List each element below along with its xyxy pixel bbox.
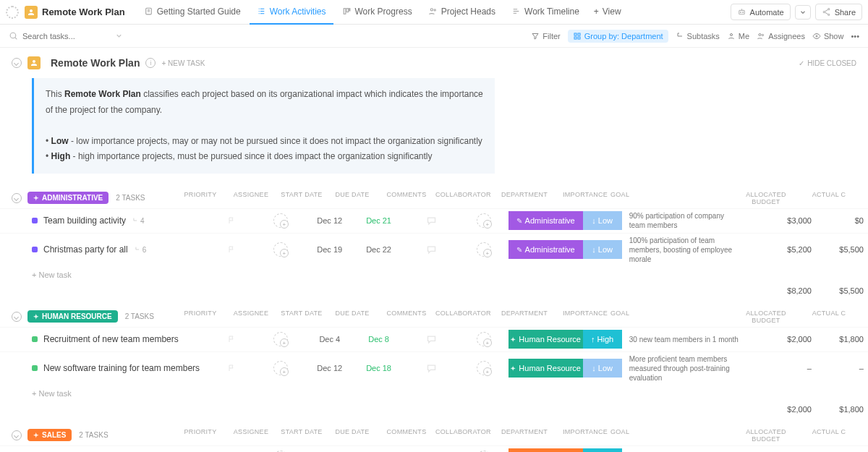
tab-project-heads[interactable]: Project Heads bbox=[421, 0, 503, 25]
col-header[interactable]: GOAL bbox=[603, 191, 733, 205]
assignee-placeholder[interactable] bbox=[273, 242, 288, 257]
status-square-icon[interactable] bbox=[32, 218, 38, 223]
col-header[interactable]: ACTUAL C bbox=[806, 428, 856, 443]
status-square-icon[interactable] bbox=[32, 365, 38, 371]
tab-work-progress[interactable]: Work Progress bbox=[335, 0, 420, 25]
col-header[interactable]: COLLABORATOR bbox=[435, 310, 486, 324]
task-row[interactable]: Christmas party for all 6 Dec 19 Dec 22 … bbox=[0, 233, 868, 266]
due-date[interactable]: Dec 8 bbox=[368, 335, 389, 344]
actual-cost[interactable]: – bbox=[859, 364, 864, 372]
share-button[interactable]: Share bbox=[815, 4, 862, 20]
col-header[interactable]: PRIORITY bbox=[175, 310, 226, 324]
assignee-placeholder[interactable] bbox=[273, 332, 288, 346]
info-icon[interactable]: i bbox=[145, 58, 156, 68]
subtasks-button[interactable]: Subtasks bbox=[676, 32, 720, 40]
department-tag[interactable]: ⬒Sales bbox=[509, 448, 583, 452]
comment-icon[interactable] bbox=[426, 363, 437, 374]
collapse-group-icon[interactable] bbox=[12, 193, 22, 203]
start-date[interactable]: Dec 12 bbox=[317, 364, 342, 372]
col-header[interactable]: PRIORITY bbox=[175, 428, 226, 443]
chevron-down-icon[interactable] bbox=[115, 32, 123, 40]
collapse-all-icon[interactable] bbox=[12, 58, 22, 68]
col-header[interactable]: GOAL bbox=[603, 310, 733, 324]
importance-tag[interactable]: ↑High bbox=[583, 330, 622, 349]
col-header[interactable]: GOAL bbox=[603, 428, 733, 443]
priority-flag-icon[interactable] bbox=[227, 335, 236, 344]
task-name[interactable]: New software training for team members bbox=[43, 363, 200, 373]
importance-tag[interactable]: ↓Low bbox=[583, 211, 622, 230]
me-button[interactable]: Me bbox=[727, 32, 749, 40]
group-pill[interactable]: ✦Human Resource bbox=[27, 310, 118, 323]
tab-work-activities[interactable]: Work Activities bbox=[250, 0, 333, 25]
col-header[interactable]: COMMENTS bbox=[378, 428, 435, 443]
importance-tag[interactable]: ↑High bbox=[583, 448, 622, 452]
actual-cost[interactable]: $0 bbox=[855, 216, 864, 225]
col-header[interactable]: IMPORTANCE bbox=[563, 310, 603, 324]
collapse-group-icon[interactable] bbox=[12, 312, 22, 322]
space-title[interactable]: Remote Work Plan bbox=[42, 7, 125, 17]
due-date[interactable]: Dec 21 bbox=[366, 216, 391, 225]
status-square-icon[interactable] bbox=[32, 336, 38, 342]
col-header[interactable]: COLLABORATOR bbox=[435, 191, 486, 205]
actual-cost[interactable]: $1,800 bbox=[839, 335, 864, 344]
department-tag[interactable]: ✦Human Resource bbox=[509, 359, 583, 378]
budget[interactable]: $2,000 bbox=[787, 335, 812, 344]
importance-tag[interactable]: ↓Low bbox=[583, 240, 622, 259]
col-header[interactable]: DEPARTMENT bbox=[486, 428, 563, 443]
comment-icon[interactable] bbox=[426, 216, 437, 226]
task-name[interactable]: Recruitment of new team members bbox=[43, 334, 179, 344]
col-header[interactable]: COMMENTS bbox=[378, 191, 435, 205]
start-date[interactable]: Dec 12 bbox=[317, 216, 342, 225]
search-input[interactable] bbox=[22, 32, 109, 40]
department-tag[interactable]: ✦Human Resource bbox=[509, 330, 583, 349]
priority-flag-icon[interactable] bbox=[227, 364, 236, 372]
more-button[interactable]: ••• bbox=[851, 32, 859, 40]
budget[interactable]: $5,200 bbox=[787, 245, 812, 254]
add-view-button[interactable]: +View bbox=[587, 0, 629, 25]
col-header[interactable]: START DATE bbox=[276, 191, 327, 205]
col-header[interactable]: IMPORTANCE bbox=[563, 191, 603, 205]
task-row[interactable]: Recruitment of new team members Dec 4 De… bbox=[0, 327, 868, 351]
assignees-button[interactable]: Assignees bbox=[757, 32, 805, 40]
due-date[interactable]: Dec 18 bbox=[366, 364, 391, 372]
col-header[interactable]: DUE DATE bbox=[327, 191, 378, 205]
groupby-button[interactable]: Group by: Department bbox=[568, 30, 668, 43]
collaborator-placeholder[interactable] bbox=[477, 361, 491, 375]
collapse-group-icon[interactable] bbox=[12, 430, 22, 440]
department-tag[interactable]: ✎Administrative bbox=[509, 211, 583, 230]
hide-closed-button[interactable]: ✓HIDE CLOSED bbox=[799, 59, 856, 67]
task-name[interactable]: Christmas party for all bbox=[43, 244, 128, 255]
col-header[interactable]: IMPORTANCE bbox=[563, 428, 603, 443]
col-header[interactable]: ASSIGNEE bbox=[226, 191, 276, 205]
col-header[interactable]: START DATE bbox=[276, 310, 327, 324]
assignee-placeholder[interactable] bbox=[273, 213, 288, 228]
col-header[interactable]: ACTUAL C bbox=[806, 191, 856, 205]
task-row[interactable]: New software training for team members D… bbox=[0, 351, 868, 385]
col-header[interactable]: PRIORITY bbox=[175, 191, 226, 205]
task-name[interactable]: Team building activity bbox=[43, 216, 126, 226]
subtask-count[interactable]: 6 bbox=[134, 246, 147, 254]
collaborator-placeholder[interactable] bbox=[477, 242, 491, 257]
col-header[interactable]: COLLABORATOR bbox=[435, 428, 486, 443]
collaborator-placeholder[interactable] bbox=[477, 213, 491, 228]
col-header[interactable]: DEPARTMENT bbox=[486, 191, 563, 205]
group-pill[interactable]: ✦Sales bbox=[27, 429, 72, 441]
status-square-icon[interactable] bbox=[32, 247, 38, 252]
col-header[interactable]: ALLOCATED BUDGET bbox=[733, 310, 806, 324]
col-header[interactable]: ALLOCATED BUDGET bbox=[733, 191, 806, 205]
task-row[interactable]: Team building activity 4 Dec 12 Dec 21 ✎… bbox=[0, 208, 868, 233]
goal-text[interactable]: 30 new team members in 1 month bbox=[629, 335, 739, 344]
task-row[interactable]: Anniversary Sale 5 Nov 14 Nov 18 ⬒Sales … bbox=[0, 445, 868, 452]
subtask-count[interactable]: 4 bbox=[132, 217, 145, 225]
new-task-button[interactable]: + NEW TASK bbox=[161, 59, 205, 67]
start-date[interactable]: Dec 4 bbox=[319, 335, 340, 344]
automate-button[interactable]: Automate bbox=[731, 4, 791, 20]
comment-icon[interactable] bbox=[426, 334, 437, 345]
importance-tag[interactable]: ↓Low bbox=[583, 359, 622, 378]
budget[interactable]: – bbox=[807, 364, 812, 372]
tab-work-timeline[interactable]: Work Timeline bbox=[504, 0, 587, 25]
filter-button[interactable]: Filter bbox=[531, 32, 560, 40]
col-header[interactable]: DEPARTMENT bbox=[486, 310, 563, 324]
col-header[interactable]: ALLOCATED BUDGET bbox=[733, 428, 806, 443]
start-date[interactable]: Dec 19 bbox=[317, 245, 342, 254]
